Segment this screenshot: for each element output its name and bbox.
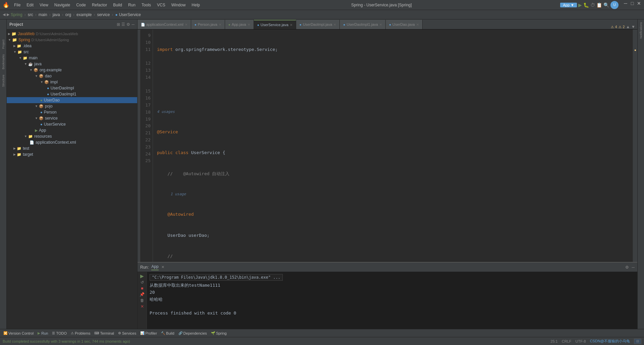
code-editor-content[interactable]: import org.springframework.stereotype.Se… [153, 29, 633, 262]
run-app-tab[interactable]: App [151, 264, 158, 270]
tree-item-app[interactable]: ▶ App [7, 127, 137, 133]
nav-back[interactable]: ◀ [3, 12, 5, 17]
tree-item-main[interactable]: ▼ 📁 main [7, 55, 137, 61]
tab-userdao[interactable]: ● UserDao.java ✕ [386, 20, 423, 29]
menu-window[interactable]: Window [169, 2, 189, 8]
bottom-build[interactable]: 🔨 Build [159, 331, 176, 336]
minimize-button[interactable]: ─ [623, 1, 628, 6]
tree-item-userservice[interactable]: ● UserService [7, 121, 137, 127]
scroll-down-icon[interactable]: ▼ [631, 24, 635, 29]
menu-view[interactable]: View [37, 2, 51, 8]
panel-minimize-icon[interactable]: ─ [131, 22, 135, 27]
tree-item-javaweb[interactable]: ▶ 📁 JavaWeb D:\Users\Admin\JavaWeb [7, 31, 137, 37]
tree-item-src[interactable]: ▼ 📁 src [7, 49, 137, 55]
tree-item-impl[interactable]: ▼ 📦 impl [7, 79, 137, 85]
menu-vcs[interactable]: VCS [154, 2, 168, 8]
menu-build[interactable]: Build [110, 2, 125, 8]
bottom-profiler[interactable]: 📊 Profiler [138, 331, 159, 336]
tab-close-userdaoimpl[interactable]: ✕ [333, 23, 336, 26]
run-close-btn[interactable]: ✕ [141, 304, 144, 309]
panel-collapse-icon[interactable]: ☰ [121, 22, 125, 27]
bottom-services[interactable]: ⚙ Services [116, 331, 138, 336]
run-btn[interactable]: ▶ [578, 2, 582, 8]
tree-item-userdaoimpl1[interactable]: ● UserDaoImpl1 [7, 91, 137, 97]
tree-item-idea[interactable]: ▶ 📁 .idea [7, 43, 137, 49]
tab-close-appcontext[interactable]: ✕ [185, 23, 187, 26]
bottom-spring[interactable]: 🌱 Spring [209, 331, 229, 336]
breadcrumb-main[interactable]: main [39, 12, 47, 17]
tab-appcontext[interactable]: 📄 applicationContext.xml ✕ [138, 20, 191, 29]
bottom-run[interactable]: ▶ Run [36, 331, 50, 336]
tab-close-userservice[interactable]: ✕ [290, 23, 292, 27]
breadcrumb-example[interactable]: example [76, 12, 92, 17]
search-everywhere[interactable]: 🔍 [603, 2, 609, 8]
tree-item-resources[interactable]: ▼ 📁 resources [7, 133, 137, 139]
project-label[interactable]: Project [2, 40, 5, 49]
scroll-up-icon[interactable]: ▲ [626, 24, 630, 29]
bookmarks-label[interactable]: Bookmarks [2, 54, 5, 69]
nav-forward[interactable]: ▶ [7, 12, 9, 17]
menu-refactor[interactable]: Refactor [89, 2, 110, 8]
tree-item-userdao[interactable]: ● UserDao [7, 97, 137, 103]
run-minimize-icon[interactable]: ─ [632, 265, 635, 270]
breadcrumb-service[interactable]: service [97, 12, 110, 17]
bottom-terminal[interactable]: ⌨ Terminal [92, 331, 116, 336]
tab-close-userdaoimpl1[interactable]: ✕ [379, 23, 382, 26]
tree-item-appcontext[interactable]: 📄 applicationContext.xml [7, 139, 137, 145]
coverage-btn[interactable]: 📋 [596, 2, 602, 8]
run-settings-icon[interactable]: ⚙ [625, 265, 629, 270]
panel-settings-icon[interactable]: ⚙ [126, 22, 130, 27]
menu-code[interactable]: Code [73, 2, 89, 8]
tree-item-org-example[interactable]: ▼ 📦 org.example [7, 67, 137, 73]
profile-btn[interactable]: ⏱ [590, 2, 595, 8]
run-close-tab[interactable]: ✕ [161, 265, 164, 269]
tree-item-java[interactable]: ▼ ☕ java [7, 61, 137, 67]
status-layout-icon[interactable]: ⊟ [634, 339, 641, 344]
tree-item-userdaoimpl[interactable]: ● UserDaoImpl [7, 85, 137, 91]
tree-item-target[interactable]: ▶ 📁 target [7, 151, 137, 157]
maximize-button[interactable]: □ [630, 1, 635, 6]
run-rerun-btn[interactable]: ↺ [141, 280, 144, 285]
run-play-btn[interactable]: ▶ [140, 273, 144, 279]
breadcrumb-spring[interactable]: Spring [11, 12, 22, 17]
breadcrumb-org[interactable]: org [65, 12, 71, 17]
user-avatar[interactable]: U [610, 1, 619, 9]
menu-edit[interactable]: Edit [24, 2, 36, 8]
breadcrumb-userservice[interactable]: UserService [119, 12, 141, 17]
menu-help[interactable]: Help [189, 2, 203, 8]
app-selector[interactable]: App ▼ [560, 3, 577, 7]
run-pin-btn[interactable]: 📌 [140, 292, 145, 297]
tab-userdaoimpl[interactable]: ● UserDaoImpl.java ✕ [296, 20, 340, 29]
tree-item-dao[interactable]: ▼ 📦 dao [7, 73, 137, 79]
tree-item-test[interactable]: ▶ 📁 test [7, 145, 137, 151]
tree-item-spring[interactable]: ▼ 📁 Spring D:\Users\Admin\Spring [7, 37, 137, 43]
breadcrumb-src[interactable]: src [28, 12, 33, 17]
structure-label[interactable]: Structure [2, 75, 5, 87]
tab-close-app[interactable]: ✕ [248, 23, 250, 26]
bottom-todo[interactable]: ☰ TODO [50, 331, 69, 336]
tab-userdaoimpl1[interactable]: ● UserDaoImpl1.java ✕ [340, 20, 386, 29]
breadcrumb-java[interactable]: java [53, 12, 60, 17]
editor-scrollbar[interactable] [633, 29, 637, 262]
run-clear-btn[interactable]: 🗑 [140, 298, 144, 303]
menu-navigate[interactable]: Navigate [52, 2, 73, 8]
debug-btn[interactable]: 🐛 [583, 2, 589, 8]
bottom-dependencies[interactable]: 🔗 Dependencies [176, 331, 209, 336]
code-editor[interactable]: 9 10 11 12 13 14 15 16 17 18 19 20 21 22… [138, 29, 637, 262]
tab-person[interactable]: ● Person.java ✕ [191, 20, 225, 29]
menu-tools[interactable]: Tools [139, 2, 154, 8]
tree-item-service[interactable]: ▼ 📦 service [7, 115, 137, 121]
bottom-problems[interactable]: ⚠ Problems [69, 331, 92, 336]
notifications-label[interactable]: Notifications [639, 22, 643, 39]
tab-close-userdao[interactable]: ✕ [416, 23, 419, 26]
tree-item-person[interactable]: ● Person [7, 109, 137, 115]
tree-item-pojo[interactable]: ▼ 📦 pojo [7, 103, 137, 109]
bottom-version-control[interactable]: 🔀 Version Control [1, 331, 36, 336]
menu-file[interactable]: File [11, 2, 23, 8]
close-button[interactable]: ✕ [637, 1, 641, 6]
tab-app[interactable]: ● App.java ✕ [225, 20, 254, 29]
run-stop-btn[interactable]: ■ [141, 286, 143, 291]
tab-close-person[interactable]: ✕ [219, 23, 221, 26]
panel-expand-icon[interactable]: ⊞ [117, 22, 120, 27]
menu-run[interactable]: Run [125, 2, 138, 8]
